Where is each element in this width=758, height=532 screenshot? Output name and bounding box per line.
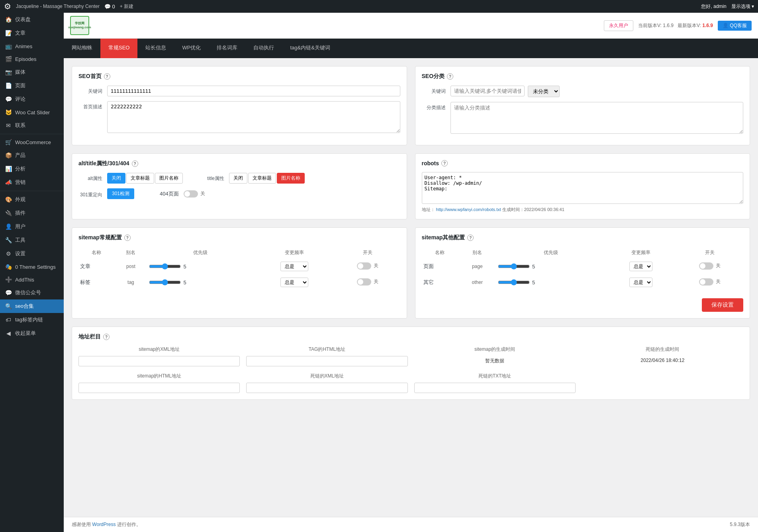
tab-wp-optimize[interactable]: WP优化 <box>174 39 209 58</box>
html-input[interactable] <box>78 383 240 393</box>
seo-homepage-help-icon[interactable]: ? <box>104 73 110 80</box>
xml-input[interactable] <box>78 356 240 366</box>
sidebar-item-products[interactable]: 📦 产品 <box>0 149 64 162</box>
tab-general-seo[interactable]: 常规SEO <box>100 39 137 58</box>
permanent-user-button[interactable]: 永久用户 <box>604 20 633 31</box>
alt-btn-close[interactable]: 关闭 <box>107 173 125 184</box>
category-select[interactable]: 未分类 <box>528 86 560 97</box>
sitemap-other-help-icon[interactable]: ? <box>467 235 474 241</box>
switch-wrap-post: 关 <box>357 262 378 270</box>
alt-title-help-icon[interactable]: ? <box>132 160 138 167</box>
tab-ranking[interactable]: 排名词库 <box>209 39 245 58</box>
sidebar-label-pages: 页面 <box>15 82 25 89</box>
dead-xml-input[interactable] <box>246 383 407 393</box>
collapse-icon: ◀ <box>5 330 12 336</box>
sidebar-label-products: 产品 <box>15 152 25 159</box>
priority-slider-tag[interactable] <box>149 279 181 286</box>
sidebar-item-woocommerce[interactable]: 🛒 WooCommerce <box>0 136 64 149</box>
sidebar-item-seo[interactable]: 🔍 seo合集 <box>0 299 64 313</box>
sidebar-item-analytics[interactable]: 📊 分析 <box>0 162 64 176</box>
sidebar-item-addthis[interactable]: ➕ AddThis <box>0 273 64 286</box>
address-help-icon[interactable]: ? <box>103 334 110 340</box>
sidebar-item-contacts[interactable]: ✉ 联系 <box>0 119 64 132</box>
frequency-select-page[interactable]: 总是 <box>629 262 652 271</box>
description-textarea[interactable]: 2222222222 <box>107 101 400 133</box>
site-name-link[interactable]: Jacqueline - Massage Theraphy Center <box>16 4 100 9</box>
frequency-select-tag[interactable]: 总是每小时每天 <box>280 278 308 287</box>
alt-btn-image-name[interactable]: 图片名称 <box>155 173 183 184</box>
sidebar-item-pages[interactable]: 📄 页面 <box>0 79 64 92</box>
save-settings-button[interactable]: 保存设置 <box>702 298 743 312</box>
page404-slider[interactable] <box>184 190 198 198</box>
alt-btn-article-title[interactable]: 文章标题 <box>126 173 154 184</box>
sidebar-item-posts[interactable]: 📝 文章 <box>0 26 64 40</box>
switch-other[interactable] <box>699 278 713 286</box>
cat-keyword-input[interactable] <box>450 86 525 96</box>
dead-txt-input[interactable] <box>414 383 576 393</box>
tab-auto-execute[interactable]: 自动执行 <box>245 39 282 58</box>
sidebar-item-media[interactable]: 📷 媒体 <box>0 65 64 79</box>
appearance-icon: 🎨 <box>5 196 12 203</box>
version-info: 当前版本V: 1.6.9 最新版本V: 1.6.9 <box>638 22 713 29</box>
sidebar-item-theme-settings[interactable]: 🎭 0 Theme Settings <box>0 260 64 273</box>
display-options-button[interactable]: 显示选项 ▾ <box>731 3 754 10</box>
sidebar-item-wechat[interactable]: 💬 微信公众号 <box>0 286 64 299</box>
robots-url-link[interactable]: http://www.wpfanyi.com/robots.txt <box>436 207 501 212</box>
seo-category-help-icon[interactable]: ? <box>447 73 453 80</box>
title-btn-close[interactable]: 关闭 <box>229 173 247 184</box>
priority-value-tag: 5 <box>183 280 186 286</box>
switch-page[interactable] <box>699 262 713 270</box>
tab-webmaster[interactable]: 站长信息 <box>137 39 174 58</box>
qq-service-button[interactable]: 👤 QQ客服 <box>718 21 752 31</box>
sidebar-item-users[interactable]: 👤 用户 <box>0 220 64 233</box>
robots-textarea[interactable]: User-agent: * Disallow: /wp-admin/ Sitem… <box>422 172 744 204</box>
seo-homepage-title: SEO首页 ? <box>78 73 400 80</box>
sidebar-item-settings[interactable]: ⚙ 设置 <box>0 247 64 260</box>
wp-logo-icon[interactable]: ⚙ <box>4 2 11 11</box>
switch-slider-tag[interactable] <box>357 278 371 286</box>
sidebar-item-episodes[interactable]: 🎬 Episodes <box>0 53 64 65</box>
cat-desc-textarea[interactable] <box>450 102 744 134</box>
redirect-check-button[interactable]: 301检测 <box>107 188 134 199</box>
sitemap-general-help-icon[interactable]: ? <box>124 235 131 241</box>
row-priority-post: 5 <box>147 258 253 274</box>
frequency-select-other[interactable]: 总是 <box>629 278 652 287</box>
sidebar-item-appearance[interactable]: 🎨 外观 <box>0 193 64 206</box>
title-btn-article-title[interactable]: 文章标题 <box>248 173 276 184</box>
priority-value-post: 5 <box>183 264 186 270</box>
tab-spider[interactable]: 网站蜘蛛 <box>64 39 100 58</box>
sidebar-item-marketing[interactable]: 📣 营销 <box>0 176 64 189</box>
switch-slider-other[interactable] <box>699 278 713 286</box>
priority-slider-post[interactable] <box>149 263 181 270</box>
alt-attr-label: alt属性 <box>78 173 102 182</box>
switch-tag[interactable] <box>357 278 371 286</box>
new-button[interactable]: + 新建 <box>120 3 133 10</box>
robots-help-icon[interactable]: ? <box>441 160 448 166</box>
switch-post[interactable] <box>357 262 371 270</box>
switch-label-tag: 关 <box>374 278 378 285</box>
sidebar-item-tools[interactable]: 🔧 工具 <box>0 233 64 247</box>
keyword-input[interactable] <box>107 86 400 96</box>
priority-slider-other[interactable] <box>498 279 530 286</box>
keyword-label: 关键词 <box>78 86 102 95</box>
comments-icon[interactable]: 💬 0 <box>104 4 115 10</box>
frequency-select-post[interactable]: 总是每小时每天每周 <box>280 262 308 271</box>
sidebar-item-collapse[interactable]: ◀ 收起菜单 <box>0 327 64 340</box>
sidebar-item-comments[interactable]: 💬 评论 <box>0 92 64 106</box>
title-btn-image-name[interactable]: 图片名称 <box>277 173 305 184</box>
switch-slider-page[interactable] <box>699 262 713 270</box>
sidebar-label-wechat: 微信公众号 <box>15 289 41 296</box>
sidebar-item-woo-cat-slider[interactable]: 🐱 Woo Cat Slider <box>0 106 64 119</box>
sidebar-item-tag-links[interactable]: 🏷 tag标签内链 <box>0 313 64 327</box>
sidebar-label-animes: Animes <box>15 43 32 49</box>
wordpress-link[interactable]: WordPress <box>92 522 116 527</box>
comments-menu-icon: 💬 <box>5 96 12 102</box>
page404-switch[interactable] <box>184 190 198 198</box>
switch-slider-post[interactable] <box>357 262 371 270</box>
tab-tag-links[interactable]: tag&内链&关键词 <box>282 39 338 58</box>
sidebar-item-plugins[interactable]: 🔌 插件 <box>0 206 64 220</box>
tag-html-input[interactable] <box>246 356 407 366</box>
priority-slider-page[interactable] <box>498 263 530 270</box>
sidebar-item-animes[interactable]: 📺 Animes <box>0 40 64 53</box>
sidebar-item-dashboard[interactable]: 🏠 仪表盘 <box>0 13 64 26</box>
